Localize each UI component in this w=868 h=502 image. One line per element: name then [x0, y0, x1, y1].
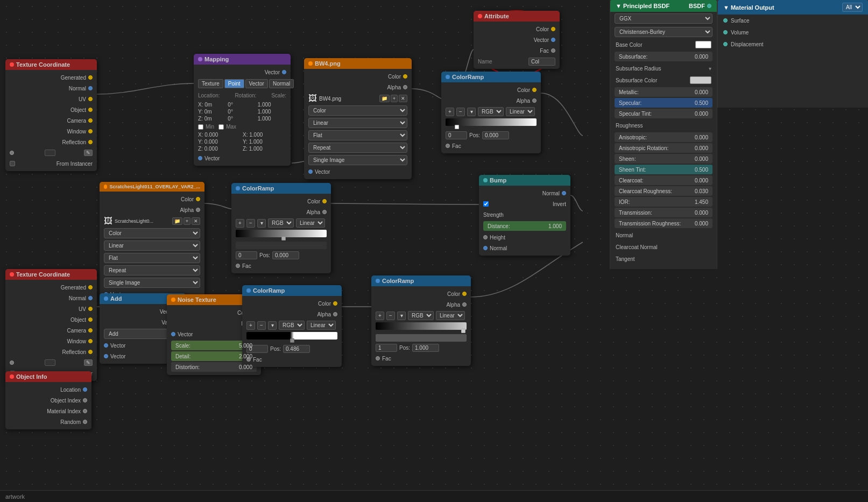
cr4-alpha-socket [462, 302, 467, 307]
cr4-pos-input[interactable] [412, 344, 439, 352]
mapping-tabs[interactable]: Texture Point Vector Normal [194, 77, 291, 90]
mapping-header: Mapping [194, 54, 291, 65]
cr3-linear-select[interactable]: Linear [307, 321, 336, 330]
tc2-window-socket [88, 339, 93, 343]
cr4-rgb-select[interactable]: RGB [408, 311, 434, 320]
scratches-alpha-out: Alpha [100, 204, 204, 215]
bump-node: Bump Normal Invert Strength Distance: 1.… [479, 175, 570, 256]
cr3-pos-input[interactable] [283, 345, 310, 353]
status-bar: artwork [0, 490, 868, 502]
bw4-singleimage-select[interactable]: Single Image [308, 155, 407, 165]
mapping-tab-normal[interactable]: Normal [269, 79, 294, 88]
bw4-repeat-select[interactable]: Repeat [308, 143, 407, 153]
bump-normal-in-socket [483, 246, 488, 250]
scratches-alpha-socket [196, 208, 200, 212]
cr3-remove-btn[interactable]: − [257, 321, 266, 330]
cr4-fac-socket [376, 356, 380, 360]
bw4-alpha-out: Alpha [304, 82, 412, 93]
cr4-ramp-gradient [376, 322, 467, 330]
cr3-color-socket [333, 301, 337, 306]
mapping-vector-in-socket [198, 156, 202, 160]
scratches-color-socket [196, 197, 200, 201]
matout-dropdown[interactable]: All [842, 3, 863, 12]
cr1-remove-btn[interactable]: − [456, 108, 465, 116]
cr1-add-btn[interactable]: + [446, 108, 454, 116]
tc2-generated: Generated [5, 282, 97, 293]
cr4-fac-input: Fac [371, 353, 471, 364]
scratches-flat-select[interactable]: Flat [104, 253, 200, 263]
cr3-menu-btn[interactable]: ▾ [268, 321, 277, 330]
scratches-close-btn[interactable]: ✕ [192, 217, 200, 225]
scratches-color-select[interactable]: Color [104, 228, 200, 238]
cr4-linear-select[interactable]: Linear [436, 311, 465, 320]
bw4-folder-btn[interactable]: 📁 [379, 95, 390, 102]
cr1-ramp-stop[interactable] [455, 125, 459, 129]
cr2-remove-btn[interactable]: − [246, 219, 255, 228]
material-output-panel: ▼ Material Output All Surface Volume Dis… [717, 0, 868, 108]
cr2-ramp-stop[interactable] [281, 236, 286, 241]
bw4-color-select[interactable]: Color [308, 105, 407, 116]
tc2-camera-socket [88, 328, 93, 333]
cr1-menu-btn[interactable]: ▾ [467, 108, 476, 116]
attr-name-input[interactable] [528, 58, 555, 66]
matout-surface-socket [723, 18, 728, 23]
cr3-ramp-stop[interactable] [290, 338, 294, 343]
cr3-add-btn[interactable]: + [246, 321, 255, 330]
cr2-pos-input[interactable] [272, 251, 299, 259]
cr1-pos-input[interactable] [482, 131, 509, 139]
mapping-tab-point[interactable]: Point [224, 79, 244, 88]
bump-height-in: Height [479, 232, 570, 243]
cr1-rgb-select[interactable]: RGB [478, 107, 504, 116]
bump-invert-check[interactable] [483, 201, 489, 207]
tc2-reflection: Reflection [5, 347, 97, 357]
mapping-max-check[interactable] [218, 124, 224, 130]
pbsdf-metallic-row: Metallic: 0.000 [615, 87, 712, 97]
cr4-menu-btn[interactable]: ▾ [397, 312, 406, 320]
mapping-min-check[interactable] [198, 124, 203, 130]
cr4-ramp-stop[interactable] [461, 329, 465, 333]
matout-volume-socket [723, 30, 728, 34]
scratches-single-select[interactable]: Single Image [104, 278, 200, 288]
pbsdf-christensen-select[interactable]: Christensen-Burley [615, 27, 712, 37]
principled-bsdf-panel: ▼ Principled BSDF BSDF GGX Christensen-B… [610, 0, 717, 269]
cr1-val-input[interactable] [446, 131, 467, 139]
cr1-ramp-gradient [446, 118, 537, 126]
cr4-add-btn[interactable]: + [376, 312, 384, 320]
scratches-folder-btn[interactable]: 📁 [172, 217, 182, 225]
pbsdf-basecolor-swatch[interactable] [695, 41, 711, 48]
pbsdf-ggx-select[interactable]: GGX [615, 13, 712, 24]
bw4-flat-select[interactable]: Flat [308, 130, 407, 140]
cr2-fac-socket [236, 264, 240, 268]
texture-coord-header-1: Texture Coordinate [5, 59, 97, 70]
cr2-linear-select[interactable]: Linear [296, 218, 325, 228]
oi-objindex-socket [83, 398, 87, 402]
cr2-add-btn[interactable]: + [236, 219, 244, 228]
mapping-tab-texture[interactable]: Texture [198, 79, 223, 88]
attr-color-out: Color [474, 24, 560, 34]
pbsdf-subcolor-swatch[interactable] [690, 76, 711, 84]
tc2-object-input: ✎ [5, 357, 97, 368]
oi-random-out: Random [5, 416, 91, 427]
bw4-close-btn[interactable]: ✕ [399, 95, 407, 102]
cr2-val-input[interactable] [236, 251, 257, 259]
scratches-linear-select[interactable]: Linear [104, 241, 200, 251]
scratches-header: ScratchesLight011_OVERLAY_VAR2_... [100, 182, 204, 192]
noise-distortion-row: Distortion: 0.000 [171, 362, 257, 372]
cr1-linear-select[interactable]: Linear [506, 107, 535, 116]
bw4-file-row: 🖼 BW4.png 📁 + ✕ [304, 93, 412, 104]
mapping-tab-vector[interactable]: Vector [245, 79, 268, 88]
pbsdf-anisorot-row: Anisotropic Rotation: 0.000 [615, 143, 712, 153]
pbsdf-subsurface-row: Subsurface: 0.000 [615, 52, 712, 61]
cr4-val-input[interactable] [376, 344, 397, 352]
bw4-linear-select[interactable]: Linear [308, 118, 407, 128]
tc1-generated: Generated [5, 72, 97, 83]
cr2-rgb-select[interactable]: RGB [268, 218, 294, 228]
bw4-new-btn[interactable]: + [391, 95, 398, 102]
scratches-repeat-select[interactable]: Repeat [104, 265, 200, 275]
cr3-rgb-select[interactable]: RGB [279, 321, 305, 330]
cr4-remove-btn[interactable]: − [386, 312, 395, 320]
cr2-menu-btn[interactable]: ▾ [257, 219, 266, 228]
scratches-new-btn[interactable]: + [184, 217, 190, 225]
tc2-obj-input-socket [10, 360, 14, 365]
principled-header: ▼ Principled BSDF BSDF [610, 0, 717, 12]
